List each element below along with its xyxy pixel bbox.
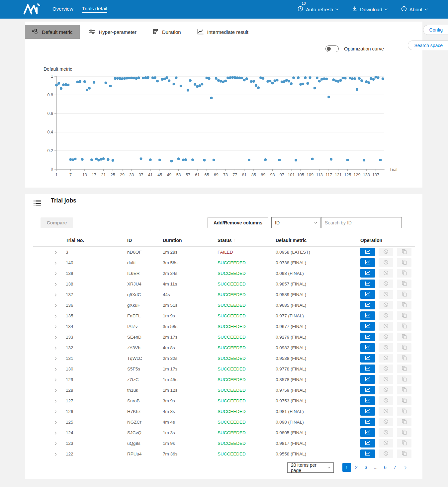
metric-graph-button[interactable] xyxy=(360,301,375,309)
metric-graph-button[interactable] xyxy=(360,258,375,267)
col-trial-no[interactable]: Trial No. xyxy=(66,238,127,243)
kill-button[interactable] xyxy=(379,343,393,352)
expand-row-button[interactable] xyxy=(53,399,57,403)
kill-button[interactable] xyxy=(379,386,393,394)
metric-graph-button[interactable] xyxy=(360,449,375,458)
copy-button[interactable] xyxy=(397,269,411,278)
nav-overview[interactable]: Overview xyxy=(52,6,73,13)
copy-button[interactable] xyxy=(397,343,411,352)
metric-graph-button[interactable] xyxy=(360,418,375,426)
copy-button[interactable] xyxy=(397,258,411,267)
col-status[interactable]: Status↑ xyxy=(218,238,276,243)
metric-graph-button[interactable] xyxy=(360,311,375,320)
add-remove-columns-button[interactable]: Add/Remove columns xyxy=(208,217,268,228)
expand-row-button[interactable] xyxy=(53,442,57,445)
kill-button[interactable] xyxy=(379,354,393,363)
auto-refresh-menu[interactable]: 10 Auto refresh xyxy=(298,6,338,13)
metric-graph-button[interactable] xyxy=(360,375,375,384)
download-menu[interactable]: Download xyxy=(352,6,387,13)
kill-button[interactable] xyxy=(379,439,393,447)
col-duration[interactable]: Duration xyxy=(163,238,218,243)
col-id[interactable]: ID xyxy=(127,238,163,243)
copy-button[interactable] xyxy=(397,375,411,384)
filter-field-dropdown[interactable]: ID xyxy=(271,217,320,228)
copy-button[interactable] xyxy=(397,449,411,458)
metric-graph-button[interactable] xyxy=(360,396,375,405)
metric-graph-button[interactable] xyxy=(360,354,375,363)
kill-button[interactable] xyxy=(379,322,393,331)
copy-button[interactable] xyxy=(397,248,411,256)
copy-button[interactable] xyxy=(397,301,411,309)
kill-button[interactable] xyxy=(379,418,393,426)
expand-row-button[interactable] xyxy=(53,304,57,307)
page-button-2[interactable]: 2 xyxy=(352,463,361,472)
expand-row-button[interactable] xyxy=(53,367,57,371)
expand-row-button[interactable] xyxy=(53,346,57,350)
copy-button[interactable] xyxy=(397,439,411,447)
copy-button[interactable] xyxy=(397,396,411,405)
metric-graph-button[interactable] xyxy=(360,248,375,256)
expand-row-button[interactable] xyxy=(53,378,57,381)
kill-button[interactable] xyxy=(379,301,393,309)
expand-row-button[interactable] xyxy=(53,410,57,413)
metric-graph-button[interactable] xyxy=(360,280,375,288)
expand-row-button[interactable] xyxy=(53,293,57,296)
kill-button[interactable] xyxy=(379,449,393,458)
tab-intermediate-result[interactable]: Intermediate result xyxy=(190,25,255,39)
expand-row-button[interactable] xyxy=(53,314,57,318)
metric-graph-button[interactable] xyxy=(360,343,375,352)
default-metric-scatter-chart[interactable]: 00.20.40.60.8117131721252933374145495357… xyxy=(45,71,410,186)
kill-button[interactable] xyxy=(379,258,393,267)
search-input[interactable] xyxy=(321,217,402,228)
metric-graph-button[interactable] xyxy=(360,386,375,394)
items-per-page-dropdown[interactable]: 20 items per page xyxy=(287,462,334,473)
page-button-1[interactable]: 1 xyxy=(342,463,351,472)
copy-button[interactable] xyxy=(397,333,411,341)
tab-duration[interactable]: Duration xyxy=(146,25,188,39)
optimization-curve-toggle[interactable] xyxy=(325,45,339,52)
nav-trials-detail[interactable]: Trials detail xyxy=(82,6,107,13)
copy-button[interactable] xyxy=(397,418,411,426)
kill-button[interactable] xyxy=(379,280,393,288)
col-default-metric[interactable]: Default metric xyxy=(276,238,360,243)
kill-button[interactable] xyxy=(379,407,393,416)
metric-graph-button[interactable] xyxy=(360,269,375,278)
kill-button[interactable] xyxy=(379,248,393,256)
expand-row-button[interactable] xyxy=(53,431,57,435)
page-button-6[interactable]: 6 xyxy=(381,463,390,472)
expand-row-button[interactable] xyxy=(53,325,57,328)
metric-graph-button[interactable] xyxy=(360,290,375,299)
config-button[interactable]: Config xyxy=(423,25,448,35)
compare-button[interactable]: Compare xyxy=(41,217,73,228)
metric-graph-button[interactable] xyxy=(360,365,375,373)
copy-button[interactable] xyxy=(397,322,411,331)
copy-button[interactable] xyxy=(397,365,411,373)
copy-button[interactable] xyxy=(397,280,411,288)
expand-row-button[interactable] xyxy=(53,357,57,360)
search-space-button[interactable]: Search space xyxy=(408,41,448,50)
copy-button[interactable] xyxy=(397,407,411,416)
metric-graph-button[interactable] xyxy=(360,333,375,341)
page-button-3[interactable]: 3 xyxy=(362,463,370,472)
expand-row-button[interactable] xyxy=(53,452,57,456)
expand-row-button[interactable] xyxy=(53,261,57,265)
copy-button[interactable] xyxy=(397,354,411,363)
metric-graph-button[interactable] xyxy=(360,322,375,331)
expand-row-button[interactable] xyxy=(53,421,57,424)
kill-button[interactable] xyxy=(379,311,393,320)
about-menu[interactable]: About xyxy=(401,6,427,13)
kill-button[interactable] xyxy=(379,269,393,278)
metric-graph-button[interactable] xyxy=(360,407,375,416)
tab-hyper-parameter[interactable]: Hyper-parameter xyxy=(82,25,143,39)
expand-row-button[interactable] xyxy=(53,251,57,254)
copy-button[interactable] xyxy=(397,386,411,394)
kill-button[interactable] xyxy=(379,365,393,373)
metric-graph-button[interactable] xyxy=(360,428,375,437)
expand-row-button[interactable] xyxy=(53,336,57,339)
kill-button[interactable] xyxy=(379,290,393,299)
expand-row-button[interactable] xyxy=(53,283,57,286)
copy-button[interactable] xyxy=(397,290,411,299)
kill-button[interactable] xyxy=(379,375,393,384)
expand-row-button[interactable] xyxy=(53,389,57,392)
metric-graph-button[interactable] xyxy=(360,439,375,447)
